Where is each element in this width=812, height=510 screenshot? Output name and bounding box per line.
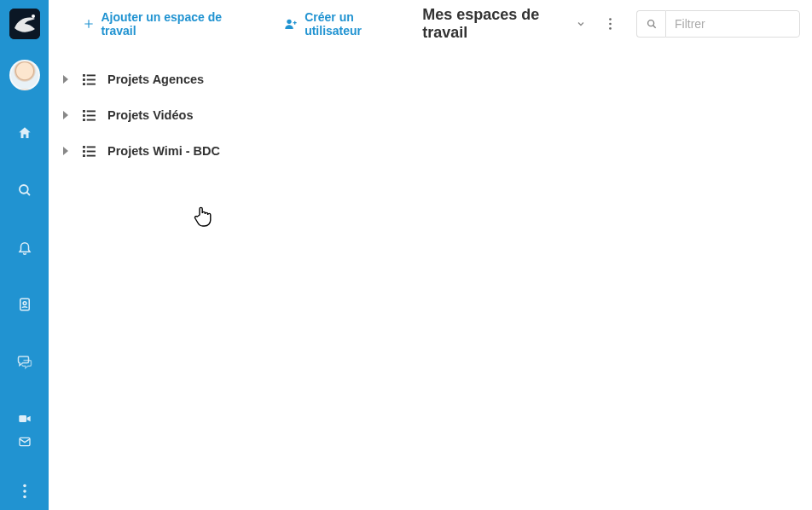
user-avatar[interactable] bbox=[9, 60, 40, 90]
tree-item-label: Projets Agences bbox=[107, 72, 204, 86]
svg-rect-17 bbox=[83, 74, 85, 77]
add-workspace-label: Ajouter un espace de travail bbox=[101, 10, 240, 38]
svg-rect-23 bbox=[83, 110, 85, 113]
tree-item[interactable]: Projets Agences bbox=[61, 61, 800, 97]
svg-point-10 bbox=[23, 496, 26, 499]
header-bar: Ajouter un espace de travail Créer un ut… bbox=[49, 0, 812, 48]
svg-rect-25 bbox=[83, 114, 85, 117]
list-icon bbox=[83, 74, 96, 85]
tree-item[interactable]: Projets Wimi - BDC bbox=[61, 133, 800, 169]
svg-rect-29 bbox=[83, 146, 85, 148]
chevron-down-icon bbox=[576, 19, 586, 29]
svg-point-1 bbox=[32, 14, 35, 18]
tree-item[interactable]: Projets Vidéos bbox=[61, 97, 800, 133]
svg-rect-32 bbox=[87, 150, 96, 152]
svg-point-9 bbox=[23, 490, 26, 493]
main-area: Ajouter un espace de travail Créer un ut… bbox=[49, 0, 812, 510]
globe-logo-icon bbox=[9, 9, 40, 39]
bell-icon[interactable] bbox=[14, 237, 35, 258]
svg-rect-30 bbox=[87, 146, 96, 148]
svg-rect-33 bbox=[83, 154, 85, 157]
svg-point-8 bbox=[23, 484, 26, 488]
user-plus-icon bbox=[283, 17, 299, 31]
add-workspace-button[interactable]: Ajouter un espace de travail bbox=[78, 7, 245, 41]
tree-item-label: Projets Wimi - BDC bbox=[107, 144, 220, 158]
svg-point-14 bbox=[609, 27, 612, 30]
sidebar-bottom bbox=[14, 432, 35, 501]
svg-rect-19 bbox=[83, 78, 85, 81]
app-logo[interactable] bbox=[9, 9, 40, 39]
svg-rect-6 bbox=[19, 415, 26, 422]
caret-right-icon bbox=[62, 111, 71, 119]
svg-rect-34 bbox=[87, 154, 96, 156]
contacts-icon[interactable] bbox=[14, 294, 35, 315]
search-box bbox=[636, 10, 800, 38]
home-icon[interactable] bbox=[14, 123, 35, 143]
svg-rect-31 bbox=[83, 150, 85, 153]
workspace-dropdown[interactable]: Mes espaces de travail bbox=[422, 6, 586, 42]
workspace-tree: Projets Agences Projets Vidéos Projets W… bbox=[49, 48, 812, 183]
more-vertical-icon bbox=[608, 17, 612, 31]
more-vertical-icon[interactable] bbox=[14, 481, 35, 501]
caret-right-icon bbox=[62, 75, 71, 84]
svg-rect-26 bbox=[87, 114, 96, 116]
svg-line-16 bbox=[652, 26, 655, 28]
list-icon bbox=[83, 110, 96, 121]
search-icon[interactable] bbox=[14, 180, 35, 200]
svg-rect-27 bbox=[83, 119, 85, 121]
left-sidebar bbox=[0, 0, 49, 510]
chat-icon[interactable] bbox=[14, 351, 35, 372]
search-button[interactable] bbox=[636, 10, 665, 38]
svg-rect-20 bbox=[87, 78, 96, 80]
filter-input[interactable] bbox=[665, 10, 800, 38]
svg-rect-28 bbox=[87, 119, 96, 120]
svg-point-13 bbox=[609, 23, 612, 26]
tree-item-label: Projets Vidéos bbox=[107, 108, 193, 122]
sidebar-nav bbox=[14, 123, 35, 432]
svg-point-12 bbox=[609, 18, 612, 20]
create-user-button[interactable]: Créer un utilisateur bbox=[278, 7, 404, 41]
workspace-dropdown-label: Mes espaces de travail bbox=[422, 6, 567, 42]
plus-icon bbox=[83, 18, 95, 30]
caret-right-icon bbox=[62, 147, 71, 155]
svg-line-3 bbox=[26, 192, 30, 195]
video-icon[interactable] bbox=[14, 409, 35, 429]
svg-point-15 bbox=[647, 20, 653, 26]
svg-rect-18 bbox=[87, 74, 96, 76]
header-more-button[interactable] bbox=[600, 17, 621, 31]
svg-rect-22 bbox=[87, 83, 96, 84]
search-icon bbox=[646, 18, 658, 30]
list-icon bbox=[83, 146, 96, 157]
create-user-label: Créer un utilisateur bbox=[304, 10, 399, 38]
svg-rect-24 bbox=[87, 110, 96, 112]
svg-point-2 bbox=[20, 185, 28, 194]
svg-point-11 bbox=[287, 20, 291, 24]
svg-rect-21 bbox=[83, 83, 85, 85]
mail-icon[interactable] bbox=[14, 432, 35, 452]
svg-point-5 bbox=[23, 302, 26, 305]
